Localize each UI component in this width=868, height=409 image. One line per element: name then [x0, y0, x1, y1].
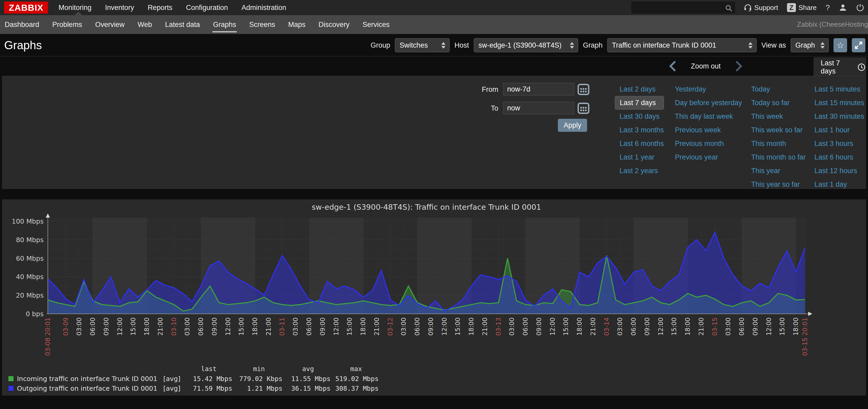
x-axis-label: 03-09 [62, 318, 69, 336]
quick-range-this-month-so-far[interactable]: This month so far [751, 153, 806, 162]
time-range-tab[interactable]: Last 7 days [814, 58, 866, 76]
quick-range-last-1-day[interactable]: Last 1 day [814, 180, 847, 188]
y-axis-label: 0 bps [26, 310, 43, 318]
search-icon[interactable] [725, 4, 733, 12]
quick-range-last-6-hours[interactable]: Last 6 hours [814, 153, 854, 162]
quick-range-previous-year[interactable]: Previous year [675, 153, 718, 162]
quick-range-this-week[interactable]: This week [751, 112, 783, 121]
host-select[interactable]: sw-edge-1 (S3900-48T4S) [474, 38, 578, 52]
search-input[interactable] [634, 2, 723, 13]
zabbix-logo[interactable]: ZABBIX [4, 2, 48, 13]
sub-nav-item-dashboard[interactable]: Dashboard [4, 17, 40, 33]
support-link[interactable]: Support [744, 4, 778, 12]
sub-nav-item-overview[interactable]: Overview [95, 17, 125, 33]
x-axis-label: 18:00 [792, 318, 800, 335]
quick-range-last-3-months[interactable]: Last 3 months [620, 126, 664, 134]
profile-button[interactable] [839, 3, 847, 12]
quick-range-last-12-hours[interactable]: Last 12 hours [814, 167, 857, 175]
view-as-label: View as [762, 41, 786, 50]
quick-range-row: This week so far [751, 123, 806, 137]
sub-nav-item-services[interactable]: Services [362, 17, 390, 33]
host-select-value: sw-edge-1 (S3900-48T4S) [478, 41, 566, 50]
group-select[interactable]: Switches [395, 38, 450, 52]
sub-nav-item-latest-data[interactable]: Latest data [165, 17, 201, 33]
fullscreen-button[interactable] [852, 38, 865, 52]
quick-range-last-5-minutes[interactable]: Last 5 minutes [814, 85, 861, 93]
power-icon [856, 3, 864, 12]
traffic-graph[interactable]: 0 bps20 Mbps40 Mbps60 Mbps80 Mbps100 Mbp… [2, 200, 866, 361]
select-arrows-icon [748, 42, 752, 49]
quick-range-column-2: YesterdayDay before yesterdayThis day la… [675, 82, 742, 164]
sub-nav-item-problems[interactable]: Problems [52, 17, 83, 33]
quick-range-row: This day last week [675, 110, 742, 123]
quick-range-this-year-so-far[interactable]: This year so far [751, 180, 800, 188]
quick-range-last-7-days[interactable]: Last 7 days [620, 99, 656, 107]
group-select-value: Switches [400, 41, 438, 50]
quick-range-day-before-yesterday[interactable]: Day before yesterday [675, 99, 742, 107]
sub-nav-item-web[interactable]: Web [137, 17, 153, 33]
quick-range-last-1-year[interactable]: Last 1 year [620, 153, 654, 162]
legend-max-value: 308.37 Mbps [334, 385, 379, 392]
help-button[interactable]: ? [826, 3, 830, 12]
x-axis-label: 12:00 [765, 318, 773, 335]
sub-nav: DashboardProblemsOverviewWebLatest dataG… [0, 15, 868, 34]
to-input[interactable] [503, 102, 574, 114]
from-input[interactable] [503, 83, 574, 95]
x-axis-label: 09:00 [427, 318, 435, 335]
quick-range-this-month[interactable]: This month [751, 140, 786, 148]
share-link[interactable]: Z Share [787, 3, 816, 12]
from-calendar-button[interactable] [577, 83, 590, 95]
main-menu-item-administration[interactable]: Administration [242, 4, 286, 12]
quick-range-last-2-days[interactable]: Last 2 days [620, 85, 656, 93]
quick-range-this-week-so-far[interactable]: This week so far [751, 126, 803, 134]
quick-range-last-3-hours[interactable]: Last 3 hours [814, 140, 854, 148]
sub-nav-item-discovery[interactable]: Discovery [318, 17, 350, 33]
page-title: Graphs [4, 39, 42, 52]
quick-range-today-so-far[interactable]: Today so far [751, 99, 789, 107]
quick-range-last-6-months[interactable]: Last 6 months [620, 140, 664, 148]
x-axis-label: 09:00 [103, 318, 110, 335]
quick-range-last-15-minutes[interactable]: Last 15 minutes [814, 99, 864, 107]
x-axis-label: 09:00 [535, 318, 543, 335]
quick-range-last-30-minutes[interactable]: Last 30 minutes [814, 112, 864, 121]
sub-nav-item-maps[interactable]: Maps [288, 17, 306, 33]
quick-range-yesterday[interactable]: Yesterday [675, 85, 706, 93]
main-menu-item-monitoring[interactable]: Monitoring [59, 4, 91, 12]
time-range-label: Last 7 days [821, 59, 853, 75]
x-axis-label: 21:00 [589, 318, 597, 335]
x-axis-label: 15:00 [671, 318, 678, 335]
quick-range-last-1-hour[interactable]: Last 1 hour [814, 126, 850, 134]
quick-range-last-30-days[interactable]: Last 30 days [620, 112, 659, 121]
quick-range-this-year[interactable]: This year [751, 167, 780, 175]
quick-range-row: Last 2 days [620, 82, 664, 96]
time-back-button[interactable] [669, 61, 676, 71]
sub-nav-item-graphs[interactable]: Graphs [212, 17, 237, 33]
x-axis-label: 03-10 [170, 318, 178, 336]
x-axis-label: 06:00 [414, 318, 421, 335]
legend-series-name: Incoming traffic on interface Trunk ID 0… [17, 375, 157, 383]
quick-range-today[interactable]: Today [751, 85, 770, 93]
graph-select[interactable]: Traffic on interface Trunk ID 0001 [607, 38, 757, 52]
apply-button[interactable]: Apply [558, 119, 587, 132]
x-axis-label: 21:00 [373, 318, 380, 335]
main-menu-item-inventory[interactable]: Inventory [105, 4, 134, 12]
x-axis-label: 18:00 [251, 318, 259, 335]
zoom-out-button[interactable]: Zoom out [691, 62, 721, 70]
main-menu-item-configuration[interactable]: Configuration [186, 4, 228, 12]
favourite-button[interactable]: ☆ [834, 38, 847, 52]
quick-range-previous-week[interactable]: Previous week [675, 126, 721, 134]
quick-range-this-day-last-week[interactable]: This day last week [675, 112, 733, 121]
main-menu-item-reports[interactable]: Reports [148, 4, 173, 12]
x-axis-label: 09:00 [319, 318, 327, 335]
time-forward-button[interactable] [736, 61, 743, 71]
x-axis-label: 15:00 [346, 318, 353, 335]
quick-range-previous-month[interactable]: Previous month [675, 140, 724, 148]
quick-range-row: Last 1 year [620, 150, 664, 164]
to-calendar-button[interactable] [577, 102, 590, 114]
sub-nav-item-screens[interactable]: Screens [249, 17, 276, 33]
legend-series-function: [avg] [163, 385, 181, 392]
y-axis-label: 40 Mbps [16, 273, 43, 281]
signout-button[interactable] [856, 3, 864, 12]
view-as-select[interactable]: Graph [790, 38, 829, 52]
quick-range-last-2-years[interactable]: Last 2 years [620, 167, 658, 175]
